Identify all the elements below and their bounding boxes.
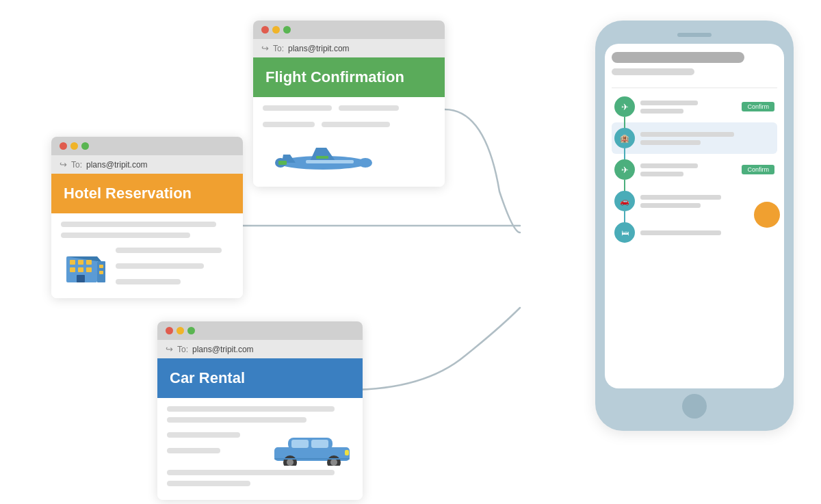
svg-rect-3 (70, 260, 75, 265)
hotel-to-bar: ↪ To: plans@tripit.com (51, 155, 243, 174)
hotel-reservation-card: ↪ To: plans@tripit.com Hotel Reservation (51, 137, 243, 298)
trip-badge-2: Confirm (742, 165, 774, 174)
screen-sub-bar (612, 68, 694, 75)
trip-badge-1: Confirm (742, 102, 774, 111)
car-close-button[interactable] (166, 327, 173, 334)
flight-traffic-lights (261, 26, 291, 34)
orange-fab[interactable] (754, 202, 780, 228)
trip-item-flight-2[interactable]: ✈ Confirm (612, 154, 777, 185)
flight-email: plans@tripit.com (288, 44, 350, 53)
car-icon (271, 428, 353, 466)
flight-to-bar: ↪ To: plans@tripit.com (253, 39, 445, 57)
maximize-button[interactable] (81, 142, 89, 150)
car-maximize-button[interactable] (187, 327, 195, 334)
svg-rect-9 (77, 275, 85, 282)
hotel-building-icon (63, 246, 107, 284)
trip-line-g (640, 195, 721, 200)
trip-line-i (640, 230, 721, 235)
car-content-row (167, 428, 353, 466)
svg-rect-10 (99, 265, 103, 268)
svg-rect-17 (306, 160, 354, 163)
hotel-body (51, 213, 243, 298)
car-text-lines (167, 428, 264, 459)
trip-line-a (640, 101, 698, 105)
svg-rect-5 (86, 260, 92, 265)
flight-body (253, 97, 445, 187)
svg-rect-18 (278, 161, 287, 165)
trip-line-d (640, 140, 701, 145)
flight-icon-area (263, 138, 435, 178)
svg-point-25 (287, 459, 294, 466)
svg-rect-29 (274, 458, 350, 460)
car-email: plans@tripit.com (192, 345, 254, 354)
trip-text-car (640, 195, 774, 208)
trip-item-hotel[interactable]: 🏨 (612, 122, 777, 154)
hotel-text-lines (116, 243, 233, 290)
flight-title: Flight Confirmation (265, 68, 404, 85)
car-forward-icon: ↪ (166, 344, 173, 354)
trip-line-f (640, 172, 683, 176)
car-detail-1 (167, 432, 240, 438)
close-button[interactable] (60, 142, 67, 150)
minimize-button[interactable] (70, 142, 78, 150)
hotel-icon-area (61, 243, 109, 284)
svg-rect-7 (78, 267, 83, 272)
car-to-bar: ↪ To: plans@tripit.com (157, 340, 363, 358)
traffic-lights (60, 142, 89, 150)
svg-rect-11 (99, 271, 103, 274)
flight-close-button[interactable] (261, 26, 269, 34)
svg-rect-8 (86, 267, 92, 272)
phone-home-button[interactable] (682, 394, 707, 419)
hotel-header: Hotel Reservation (51, 174, 243, 213)
flight-line-3 (263, 122, 315, 127)
car-line-4 (167, 481, 250, 486)
svg-rect-22 (291, 440, 309, 448)
hotel-detail-1 (116, 248, 222, 253)
flight-minimize-button[interactable] (272, 26, 280, 34)
flight-forward-icon: ↪ (261, 43, 269, 53)
hotel-line-2 (61, 233, 190, 238)
flight-card-titlebar (253, 21, 445, 39)
phone-speaker (677, 33, 712, 37)
flight-content-row (263, 138, 435, 178)
svg-rect-23 (311, 440, 328, 448)
flight-line-4 (322, 122, 391, 127)
screen-top-bar (612, 52, 744, 63)
trip-text-hotel (640, 132, 774, 145)
car-minimize-button[interactable] (177, 327, 184, 334)
flight-header: Flight Confirmation (253, 57, 445, 97)
airplane-icon (268, 141, 378, 178)
car-body (157, 398, 363, 500)
flight-line-2 (339, 105, 399, 111)
trip-text-flight-2 (640, 163, 736, 176)
car-header: Car Rental (157, 358, 363, 398)
flight-confirmation-card: ↪ To: plans@tripit.com Flight Confirmati… (253, 21, 445, 187)
trip-line-h (640, 203, 701, 208)
screen-divider-1 (612, 88, 777, 88)
svg-rect-19 (316, 156, 328, 159)
phone-screen: ✈ Confirm 🏨 ✈ Confirm (605, 44, 784, 388)
trip-icon-flight-2: ✈ (614, 159, 635, 180)
car-line-1 (167, 406, 335, 412)
svg-rect-6 (70, 267, 75, 272)
trip-icon-flight-1: ✈ (614, 96, 635, 117)
trip-icon-car: 🚗 (614, 191, 635, 211)
hotel-title: Hotel Reservation (64, 185, 192, 202)
trip-item-car[interactable]: 🚗 (612, 185, 777, 217)
svg-point-13 (359, 158, 372, 168)
svg-rect-28 (345, 450, 349, 455)
trip-item-flight-1[interactable]: ✈ Confirm (612, 91, 777, 122)
flight-maximize-button[interactable] (283, 26, 291, 34)
trip-line-b (640, 109, 683, 114)
forward-icon: ↪ (60, 159, 67, 170)
hotel-detail-2 (116, 263, 204, 269)
car-detail-2 (167, 448, 220, 453)
trip-text-flight-1 (640, 101, 736, 114)
hotel-content-row (61, 243, 233, 290)
trip-icon-sleep: 🛏 (614, 222, 635, 243)
trip-item-sleep[interactable]: 🛏 (612, 217, 777, 248)
car-title: Car Rental (170, 369, 245, 386)
hotel-line-1 (61, 222, 216, 227)
hotel-email: plans@tripit.com (86, 160, 148, 170)
svg-rect-4 (78, 260, 83, 265)
